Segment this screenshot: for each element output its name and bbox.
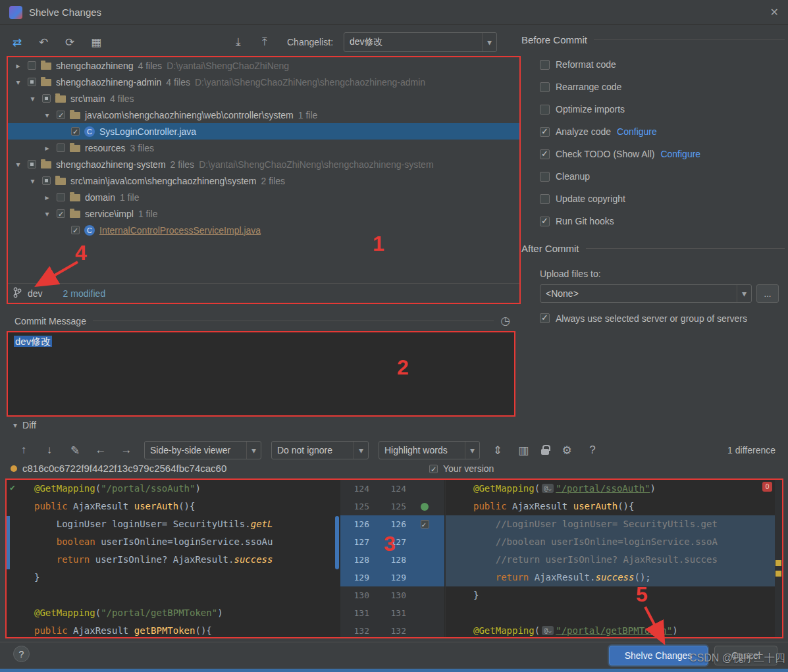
your-version-checkbox[interactable] [429,465,438,473]
chevron-right-icon[interactable]: ▸ [42,143,52,153]
commit-message-input[interactable]: dev修改 [8,332,514,415]
chevron-down-icon: ▾ [737,285,751,302]
changelist-select[interactable]: dev修改 ▾ [344,32,497,52]
option-checkbox[interactable] [540,82,550,92]
tree-node-name: domain [85,192,115,203]
tree-row[interactable]: ▾src\main\java\com\shengchaozhineng\syst… [8,172,519,189]
chevron-down-icon[interactable]: ▾ [13,160,23,169]
option-checkbox[interactable] [540,60,550,70]
tree-row[interactable]: CSysLoginController.java [8,123,519,140]
tree-row[interactable]: ▾service\impl1 file [8,205,519,222]
group-by-icon[interactable]: ▦ [88,36,104,49]
inspection-badge[interactable]: 0 [762,482,772,492]
diff-left-code[interactable]: ✔ @GetMapping("/portal/ssoAuth")public A… [7,480,340,637]
commit-option[interactable]: Optimize imports [540,98,785,120]
tree-row[interactable]: ▸shengchaozhineng4 filesD:\yantai\ShengC… [8,57,519,74]
chevron-down-icon[interactable]: ▾ [42,111,52,120]
chevron-down-icon[interactable]: ▾ [28,176,38,186]
rollback-icon[interactable]: ↶ [36,36,51,49]
next-difference-icon[interactable]: ↓ [41,444,57,457]
tree-row[interactable]: CInternalControlProcessServiceImpl.java [8,222,519,238]
commit-option[interactable]: Rearrange code [540,76,785,98]
option-checkbox[interactable] [540,194,550,204]
diff-right-code[interactable]: @GetMapping(@⌄"/portal/ssoAuth")public A… [445,480,775,637]
help-icon[interactable]: ? [585,444,600,457]
warning-marker[interactable] [775,571,781,577]
refresh-icon[interactable]: ⟳ [62,36,78,49]
previous-file-icon[interactable]: ← [93,444,109,457]
upload-server-select[interactable]: <None> ▾ [540,284,752,303]
chevron-right-icon[interactable]: ▸ [13,61,23,70]
shelve-silently-icon[interactable]: ⇄ [9,36,25,49]
tree-checkbox[interactable] [57,209,65,218]
tree-checkbox[interactable] [28,78,36,86]
tree-row[interactable]: ▾java\com\shengchaozhineng\web\controlle… [8,107,519,123]
folder-icon [41,161,51,168]
option-checkbox[interactable] [540,217,550,226]
endpoint-inlay-icon[interactable]: @⌄ [542,484,554,493]
commit-option[interactable]: Cleanup [540,165,785,188]
tree-row[interactable]: ▸domain1 file [8,189,519,205]
branch-name[interactable]: dev [28,288,43,299]
tree-row[interactable]: ▾shengchaozhineng-admin4 filesD:\yantai\… [8,74,519,90]
tree-checkbox[interactable] [42,94,51,103]
chevron-down-icon[interactable]: ▾ [13,78,23,87]
collapse-unchanged-icon[interactable]: ⇕ [490,444,506,457]
synchronize-scrolling-icon[interactable]: ▥ [515,444,531,457]
next-file-icon[interactable]: → [118,444,134,457]
option-checkbox[interactable] [540,105,550,115]
tree-row[interactable]: ▾src\main4 files [8,90,519,107]
close-icon[interactable]: ✕ [770,6,779,18]
configure-link[interactable]: Configure [617,126,657,137]
chevron-down-icon[interactable]: ▾ [28,94,38,103]
warning-marker[interactable] [775,560,781,566]
left-scrollbar-thumb[interactable] [335,516,339,569]
highlight-mode-select[interactable]: Highlight words ▾ [379,441,480,459]
tree-checkbox[interactable] [57,111,65,119]
expand-all-icon[interactable]: ⤓ [230,36,246,49]
tree-checkbox[interactable] [71,127,80,136]
help-button[interactable]: ? [13,646,30,662]
error-stripe[interactable] [775,480,782,637]
chevron-right-icon[interactable]: ▸ [42,193,52,202]
tree-checkbox[interactable] [71,226,80,234]
right-code-lines: @GetMapping(@⌄"/portal/ssoAuth")public A… [446,480,775,637]
file-count: 4 files [110,93,134,104]
whitespace-select[interactable]: Do not ignore ▾ [271,441,369,459]
lock-icon[interactable] [541,449,549,455]
chevron-down-icon[interactable]: ▾ [42,209,52,219]
partial-commit-icon[interactable] [421,503,429,511]
option-checkbox[interactable] [540,127,550,137]
tree-checkbox[interactable] [42,176,51,185]
diff-section-header[interactable]: ▾ Diff [13,420,36,430]
configure-link[interactable]: Configure [660,149,700,159]
commit-option[interactable]: Reformat code [540,53,785,76]
include-change-checkbox[interactable] [421,520,429,529]
collapse-all-icon[interactable]: ⤒ [257,36,273,49]
option-checkbox[interactable] [540,172,550,182]
commit-option[interactable]: Analyze codeConfigure [540,120,785,143]
tree-checkbox[interactable] [28,61,36,70]
edit-source-icon[interactable]: ✎ [67,444,83,457]
endpoint-inlay-icon[interactable]: @⌄ [542,626,554,635]
always-use-option[interactable]: Always use selected server or group of s… [540,313,785,324]
previous-difference-icon[interactable]: ↑ [16,444,32,457]
file-path: D:\yantai\ShengChaoZhiNeng [167,61,289,71]
tree-checkbox[interactable] [57,143,65,152]
collapse-triangle-icon[interactable]: ▾ [13,421,17,430]
commit-option[interactable]: Check TODO (Show All)Configure [540,143,785,165]
gear-icon[interactable]: ⚙ [559,444,575,457]
browse-servers-button[interactable]: ... [756,284,779,303]
commit-option[interactable]: Run Git hooks [540,210,785,232]
tree-checkbox[interactable] [57,193,65,201]
option-checkbox[interactable] [540,149,550,159]
viewer-mode-select[interactable]: Side-by-side viewer ▾ [144,441,261,459]
tree-row[interactable]: ▾shengchaozhineng-system2 filesD:\yantai… [8,156,519,172]
commit-option[interactable]: Update copyright [540,188,785,210]
file-tree[interactable]: ▸shengchaozhineng4 filesD:\yantai\ShengC… [8,57,519,282]
your-version-option[interactable]: Your version [429,463,494,474]
tree-checkbox[interactable] [28,160,36,168]
history-clock-icon[interactable]: ◷ [500,314,510,328]
always-use-checkbox[interactable] [540,313,550,323]
tree-row[interactable]: ▸resources3 files [8,140,519,156]
